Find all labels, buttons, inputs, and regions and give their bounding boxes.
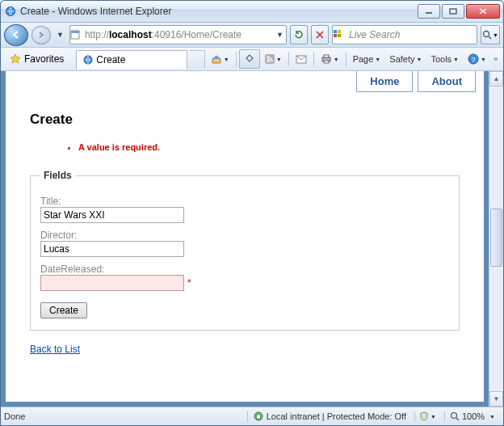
back-to-list-link[interactable]: Back to List	[30, 344, 80, 355]
stop-button[interactable]	[311, 25, 329, 44]
ie-icon	[4, 5, 17, 18]
browser-tab[interactable]: Create	[76, 50, 187, 69]
browser-window: Create - Windows Internet Explorer ▼	[0, 0, 504, 426]
page-body: Create A value is required. Fields Title…	[6, 71, 484, 363]
svg-point-22	[451, 413, 456, 419]
nav-toolbar: ▼ http://localhost:40916/Home/Create ▼ L…	[1, 23, 503, 48]
svg-rect-4	[71, 31, 79, 33]
status-zone-text: Local intranet | Protected Mode: Off	[267, 411, 406, 421]
validation-error-item: A value is required.	[78, 142, 460, 152]
status-done: Done	[4, 411, 158, 421]
favorites-label: Favorites	[24, 53, 64, 65]
scroll-up-arrow[interactable]: ▲	[489, 71, 503, 86]
window-title: Create - Windows Internet Explorer	[20, 6, 418, 17]
address-bar[interactable]: http://localhost:40916/Home/Create ▼	[69, 25, 287, 44]
svg-text:?: ?	[472, 56, 476, 64]
window-buttons	[418, 4, 500, 19]
status-zoom[interactable]: 100% ▼	[444, 411, 500, 421]
refresh-button[interactable]	[290, 25, 308, 44]
svg-rect-2	[450, 9, 456, 14]
chevron-expand-icon[interactable]: »	[491, 55, 500, 63]
nav-about[interactable]: About	[418, 71, 476, 92]
page-icon	[70, 30, 85, 40]
create-button[interactable]: Create	[40, 302, 87, 318]
zone-icon	[253, 411, 264, 422]
back-button[interactable]	[4, 24, 28, 46]
maximize-button[interactable]	[442, 4, 464, 19]
scroll-thumb[interactable]	[490, 209, 502, 267]
search-button[interactable]: ▼	[481, 25, 500, 44]
content-area: Home About Create A value is required. F…	[1, 71, 503, 407]
home-button[interactable]: ▼	[207, 50, 233, 68]
nav-home[interactable]: Home	[356, 71, 413, 92]
url-prefix: http://	[85, 29, 109, 40]
shield-icon	[420, 411, 428, 421]
minimize-button[interactable]	[418, 4, 440, 19]
date-released-input[interactable]	[40, 275, 184, 291]
safety-menu[interactable]: Safety▼	[385, 50, 426, 68]
svg-point-9	[484, 32, 489, 37]
scroll-down-arrow[interactable]: ▼	[489, 391, 503, 407]
status-zone[interactable]: Local intranet | Protected Mode: Off	[247, 411, 411, 422]
page-menu[interactable]: Page▼	[349, 50, 385, 68]
nav-history-dropdown[interactable]: ▼	[54, 31, 66, 39]
svg-rect-5	[334, 34, 337, 37]
search-provider-icon	[333, 30, 349, 40]
status-zoom-text: 100%	[462, 411, 485, 421]
fieldset-legend: Fields	[40, 170, 75, 181]
star-icon	[10, 53, 21, 65]
scroll-track[interactable]	[489, 86, 503, 391]
status-mode-dropdown[interactable]: ▼	[414, 411, 441, 421]
new-tab-button[interactable]	[189, 50, 204, 69]
page-viewport: Home About Create A value is required. F…	[1, 71, 489, 407]
date-released-label: DateReleased:	[40, 264, 449, 275]
read-mail-button[interactable]	[292, 50, 311, 68]
url-rest: :40916/Home/Create	[152, 29, 242, 40]
svg-rect-8	[338, 30, 341, 33]
svg-point-13	[267, 60, 268, 61]
svg-rect-6	[338, 34, 341, 37]
rss-button[interactable]: ▼	[261, 50, 286, 68]
svg-rect-16	[324, 55, 329, 57]
svg-rect-17	[324, 61, 329, 63]
svg-line-23	[456, 418, 459, 420]
title-input[interactable]	[40, 207, 184, 223]
favorites-button[interactable]: Favorites	[4, 51, 69, 67]
tab-title: Create	[96, 54, 125, 65]
titlebar: Create - Windows Internet Explorer	[1, 1, 503, 23]
help-button[interactable]: ?▼	[464, 50, 490, 68]
tools-menu[interactable]: Tools▼	[426, 50, 463, 68]
zoom-icon	[450, 411, 460, 421]
address-dropdown[interactable]: ▼	[274, 31, 286, 39]
svg-rect-12	[265, 54, 275, 64]
site-nav: Home About	[356, 71, 476, 92]
svg-rect-21	[256, 415, 260, 419]
svg-line-10	[489, 36, 491, 39]
status-bar: Done Local intranet | Protected Mode: Of…	[1, 407, 503, 425]
search-placeholder: Live Search	[349, 29, 400, 40]
vertical-scrollbar[interactable]: ▲ ▼	[489, 71, 503, 407]
page-heading: Create	[30, 112, 460, 128]
close-button[interactable]	[466, 4, 500, 19]
director-label: Director:	[40, 230, 449, 241]
svg-rect-7	[334, 30, 337, 33]
title-label: Title:	[40, 196, 449, 207]
forward-button[interactable]	[32, 26, 51, 44]
url-host: localhost	[109, 29, 152, 40]
print-button[interactable]: ▼	[317, 50, 343, 68]
command-buttons: ▼ ▼ ▼ Page▼ Safety▼ Tools▼ ?▼	[207, 49, 500, 69]
feeds-button[interactable]	[239, 49, 260, 69]
command-bar: Favorites Create ▼ ▼	[1, 48, 503, 71]
required-asterisk: *	[187, 277, 191, 289]
validation-summary: A value is required.	[35, 142, 460, 152]
address-text: http://localhost:40916/Home/Create	[85, 29, 274, 40]
fields-fieldset: Fields Title: Director: DateReleased: * …	[30, 170, 460, 331]
director-input[interactable]	[40, 241, 184, 257]
page-content: Home About Create A value is required. F…	[6, 71, 484, 402]
search-box[interactable]: Live Search	[332, 25, 477, 44]
tab-icon	[83, 55, 93, 65]
